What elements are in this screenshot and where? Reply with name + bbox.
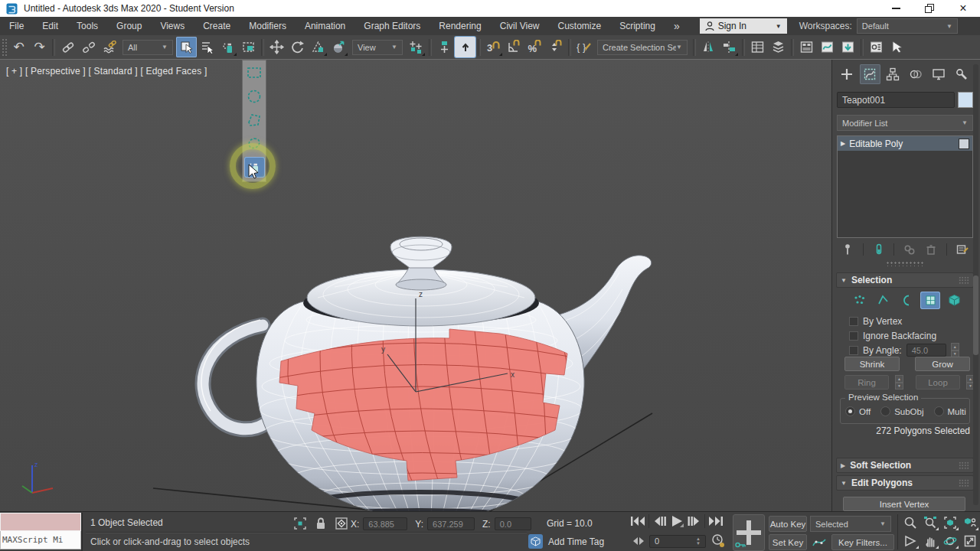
toolbar-grip[interactable] — [2, 38, 7, 57]
maxscript-input[interactable]: MAXScript Mi — [0, 531, 81, 549]
next-frame-button[interactable] — [687, 515, 702, 527]
go-to-end-button[interactable] — [707, 515, 724, 527]
curve-editor-button[interactable] — [817, 37, 838, 57]
key-mode-toggle[interactable] — [632, 536, 645, 546]
rollout-soft-selection[interactable]: ▶Soft Selection — [836, 458, 974, 473]
remove-modifier-icon[interactable] — [924, 243, 938, 256]
play-animation-button[interactable] — [669, 514, 684, 528]
current-frame-field[interactable]: 0▲▼ — [649, 535, 706, 548]
select-by-name-button[interactable] — [197, 37, 217, 57]
render-setup-button[interactable] — [866, 37, 887, 57]
align-button[interactable] — [719, 37, 740, 57]
perspective-viewport[interactable]: [ + ] [ Perspective ] [ Standard ] [ Edg… — [0, 60, 831, 511]
paint-selection-region-button[interactable] — [217, 37, 238, 57]
circular-selection-region-button[interactable] — [243, 84, 266, 108]
toggle-scene-explorer-button[interactable] — [747, 37, 768, 57]
tab-modify[interactable] — [860, 64, 880, 84]
add-time-tag-label[interactable]: Add Time Tag — [548, 536, 604, 547]
reference-coordinate-dropdown[interactable]: View▼ — [352, 40, 403, 55]
menu-tools[interactable]: Tools — [67, 18, 107, 34]
viewport-label[interactable]: [ + ] [ Perspective ] [ Standard ] [ Edg… — [6, 66, 207, 77]
insert-vertex-button[interactable]: Insert Vertex — [843, 497, 965, 511]
mirror-button[interactable] — [698, 37, 719, 57]
select-and-rotate-button[interactable] — [287, 37, 308, 57]
select-object-button[interactable] — [176, 37, 197, 57]
maxscript-pink-row[interactable] — [0, 513, 81, 531]
menu-edit[interactable]: Edit — [33, 18, 67, 34]
command-panel-scrollbar[interactable] — [973, 64, 978, 505]
stack-item-editable-poly[interactable]: ▶ Editable Poly — [838, 136, 972, 151]
ring-spinner[interactable]: ▲▼ — [895, 375, 903, 390]
zoom-extents-selected-button[interactable] — [940, 514, 959, 531]
create-selection-set-dropdown[interactable]: Create Selection Se▼ — [597, 40, 688, 55]
previous-frame-button[interactable] — [652, 515, 667, 527]
set-keys-button[interactable] — [733, 514, 765, 551]
teapot-object[interactable]: z y x — [134, 222, 670, 511]
tab-hierarchy[interactable] — [883, 64, 903, 84]
menu-create[interactable]: Create — [194, 18, 240, 34]
preview-multi-radio[interactable] — [934, 406, 944, 416]
field-of-view-button[interactable] — [900, 532, 920, 549]
bind-to-space-warp-button[interactable] — [99, 37, 119, 57]
pin-stack-icon[interactable] — [841, 243, 854, 256]
sign-in-dropdown[interactable]: Sign In ▼ — [700, 18, 787, 34]
object-color-swatch[interactable] — [958, 92, 973, 108]
select-and-move-button[interactable] — [266, 37, 287, 57]
edge-subobject-button[interactable] — [873, 292, 893, 309]
auto-key-button[interactable]: Auto Key — [769, 516, 807, 532]
toggle-layer-explorer-button[interactable] — [768, 37, 789, 57]
time-configuration-button[interactable] — [710, 533, 726, 549]
zoom-button[interactable] — [900, 514, 920, 531]
tab-motion[interactable] — [905, 64, 926, 84]
window-crossing-toggle-button[interactable] — [238, 37, 259, 57]
angle-snap-toggle-button[interactable] — [504, 37, 524, 57]
y-coord-field[interactable]: 637.259 — [427, 517, 475, 530]
selection-lock-toggle[interactable] — [315, 517, 327, 530]
set-key-button[interactable]: Set Key — [769, 534, 807, 550]
element-subobject-button[interactable] — [944, 292, 964, 309]
close-button[interactable]: × — [946, 0, 980, 17]
percent-snap-toggle-button[interactable]: % — [524, 37, 545, 57]
fence-selection-region-button[interactable] — [243, 108, 266, 132]
rectangular-selection-region-button[interactable] — [243, 60, 266, 84]
menu-scripting[interactable]: Scripting — [610, 18, 665, 34]
configure-modifier-sets-icon[interactable] — [956, 243, 969, 256]
select-and-scale-button[interactable] — [308, 37, 328, 57]
render-frame-window-button[interactable] — [887, 37, 907, 57]
tab-display[interactable] — [928, 64, 949, 84]
x-coord-field[interactable]: 63.885 — [363, 517, 407, 530]
snaps-toggle-3d-button[interactable]: 3 — [483, 37, 504, 57]
scrollbar-thumb[interactable] — [973, 276, 978, 355]
go-to-start-button[interactable] — [629, 515, 646, 527]
menu-rendering[interactable]: Rendering — [430, 18, 490, 34]
preview-off-radio[interactable] — [845, 406, 855, 416]
zoom-all-button[interactable] — [920, 514, 939, 531]
panel-splitter[interactable] — [886, 261, 924, 266]
by-vertex-checkbox[interactable] — [849, 317, 858, 326]
zoom-extents-all-button[interactable] — [960, 514, 979, 531]
rollout-edit-polygons[interactable]: ▼Edit Polygons — [836, 475, 974, 491]
grow-button[interactable]: Grow — [915, 357, 970, 371]
menu-civil-view[interactable]: Civil View — [491, 18, 549, 34]
maximize-viewport-toggle[interactable] — [960, 532, 979, 549]
polygon-subobject-button[interactable] — [920, 292, 940, 309]
by-angle-checkbox[interactable] — [849, 346, 858, 355]
isolate-selection-toggle[interactable] — [293, 517, 307, 530]
new-key-filter-dropdown[interactable]: Selected▼ — [810, 516, 891, 532]
ring-button[interactable]: Ring — [844, 375, 889, 390]
unlink-selection-button[interactable] — [78, 37, 99, 57]
menu-customize[interactable]: Customize — [549, 18, 611, 34]
modifier-list-dropdown[interactable]: Modifier List▼ — [837, 115, 973, 131]
make-unique-icon[interactable] — [903, 243, 916, 256]
minimize-button[interactable] — [879, 0, 913, 17]
undo-button[interactable]: ↶ — [8, 37, 29, 57]
vertex-subobject-button[interactable] — [849, 292, 869, 309]
menu-group[interactable]: Group — [107, 18, 151, 34]
ignore-backfacing-checkbox[interactable] — [849, 331, 858, 341]
redo-button[interactable]: ↷ — [29, 37, 50, 57]
stack-expand-arrow[interactable]: ▶ — [841, 140, 845, 147]
maxscript-mini-listener[interactable]: MAXScript Mi — [0, 513, 83, 551]
workspaces-dropdown[interactable]: Default ▼ — [857, 18, 958, 34]
show-end-result-icon[interactable] — [872, 243, 886, 256]
schematic-view-button[interactable] — [838, 37, 858, 57]
